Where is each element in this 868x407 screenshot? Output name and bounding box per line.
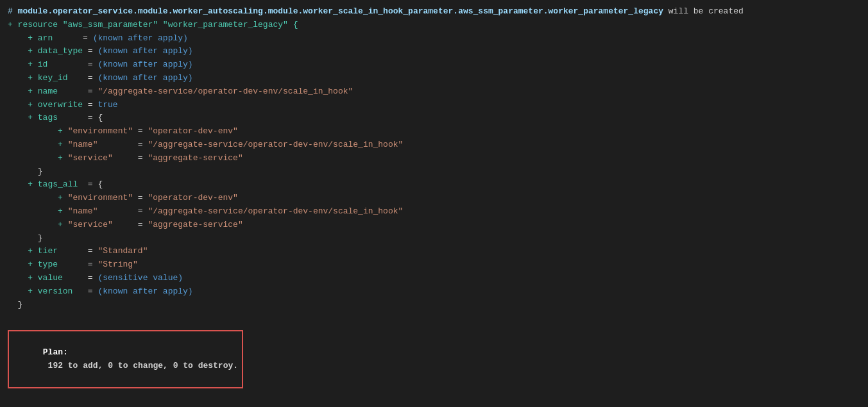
- eq-tags: = {: [88, 112, 103, 125]
- field-arn: + arn = (known after apply): [8, 32, 860, 46]
- val-tag-env: "operator-dev-env": [148, 125, 237, 138]
- eq-tag-service: =: [138, 152, 148, 165]
- val-value: (sensitive value): [98, 272, 183, 285]
- comment-line: # module.operator_service.module.worker_…: [8, 5, 860, 19]
- key-ta-service: "service": [68, 219, 138, 232]
- plus-overwrite: + overwrite: [18, 99, 88, 112]
- eq-ta-env: =: [133, 192, 148, 205]
- val-version: (known after apply): [98, 285, 192, 299]
- plus-resource: + resource "aws_ssm_parameter" "worker_p…: [8, 19, 298, 32]
- tag-service: + "service" = "aggregate-service": [8, 152, 860, 165]
- plan-value: 192 to add, 0 to change, 0 to destroy.: [43, 361, 238, 370]
- field-data-type: + data_type = (known after apply): [8, 45, 860, 58]
- plus-tier: + tier: [18, 245, 88, 258]
- val-data-type: (known after apply): [98, 45, 192, 58]
- val-ta-env: "operator-dev-env": [148, 192, 237, 205]
- val-ta-name: "/aggregate-service/operator-dev-env/sca…: [148, 205, 403, 219]
- plus-tags: + tags: [18, 112, 88, 125]
- spacer-2: [8, 394, 860, 407]
- val-tag-service: "aggregate-service": [148, 152, 243, 165]
- eq-key-id: =: [88, 72, 98, 85]
- eq-tag-env: =: [133, 125, 148, 138]
- key-ta-name: "name": [68, 205, 138, 219]
- plus-data-type: + data_type: [18, 45, 88, 58]
- plan-line: Plan: 192 to add, 0 to change, 0 to dest…: [8, 325, 860, 394]
- key-tag-service: "service": [68, 152, 138, 165]
- tags-all-environment: + "environment" = "operator-dev-env": [8, 192, 860, 205]
- eq-id: =: [88, 58, 98, 72]
- val-type: "String": [98, 258, 137, 272]
- tags-all-name: + "name" = "/aggregate-service/operator-…: [8, 205, 860, 219]
- resource-close-brace: }: [8, 299, 860, 312]
- plus-type: + type: [18, 258, 88, 272]
- eq-ta-service: =: [138, 219, 148, 232]
- eq-type: =: [88, 258, 98, 272]
- eq-ta-name: =: [138, 205, 148, 219]
- tag-name: + "name" = "/aggregate-service/operator-…: [8, 138, 860, 152]
- plus-ta-name: +: [28, 205, 67, 219]
- plus-value: + value: [18, 272, 88, 285]
- field-version: + version = (known after apply): [8, 285, 860, 299]
- plus-tags-all: + tags_all: [18, 178, 88, 192]
- field-key-id: + key_id = (known after apply): [8, 72, 860, 85]
- field-value: + value = (sensitive value): [8, 272, 860, 285]
- val-ta-service: "aggregate-service": [148, 219, 243, 232]
- tags-close-brace: }: [8, 165, 860, 179]
- plan-box: Plan: 192 to add, 0 to change, 0 to dest…: [8, 330, 243, 388]
- plus-version: + version: [18, 285, 88, 299]
- key-ta-env: "environment": [68, 192, 133, 205]
- plan-label: Plan:: [43, 347, 68, 357]
- tags-all-service: + "service" = "aggregate-service": [8, 219, 860, 232]
- comment-module-path: module.operator_service.module.worker_au…: [13, 5, 663, 19]
- plus-name: + name: [18, 85, 88, 99]
- comment-hash-symbol: #: [8, 5, 13, 19]
- terminal-output: # module.operator_service.module.worker_…: [0, 0, 868, 407]
- val-overwrite: true: [98, 99, 117, 112]
- field-id: + id = (known after apply): [8, 58, 860, 72]
- eq-tags-all: = {: [88, 178, 103, 192]
- comment-suffix: will be created: [663, 5, 744, 19]
- plus-arn: + arn: [18, 32, 83, 46]
- eq-arn: =: [83, 32, 93, 46]
- tags-all-close-brace: }: [8, 232, 860, 245]
- field-type: + type = "String": [8, 258, 860, 272]
- val-arn: (known after apply): [93, 32, 188, 46]
- val-tier: "Standard": [98, 245, 148, 258]
- eq-data-type: =: [88, 45, 98, 58]
- field-tags-open: + tags = {: [8, 112, 860, 125]
- field-tier: + tier = "Standard": [8, 245, 860, 258]
- field-name: + name = "/aggregate-service/operator-de…: [8, 85, 860, 99]
- plus-ta-env: +: [28, 192, 67, 205]
- tags-close: }: [18, 165, 43, 179]
- eq-overwrite: =: [88, 99, 98, 112]
- eq-tag-name: =: [138, 138, 148, 152]
- plus-id: + id: [18, 58, 88, 72]
- field-overwrite: + overwrite = true: [8, 99, 860, 112]
- plus-tag-env: +: [28, 125, 67, 138]
- eq-name: =: [88, 85, 98, 99]
- val-name: "/aggregate-service/operator-dev-env/sca…: [98, 85, 353, 99]
- eq-tier: =: [88, 245, 98, 258]
- val-key-id: (known after apply): [98, 72, 192, 85]
- plus-tag-name: +: [28, 138, 67, 152]
- resource-close: }: [8, 299, 22, 312]
- field-tags-all-open: + tags_all = {: [8, 178, 860, 192]
- plus-ta-service: +: [28, 219, 67, 232]
- plus-tag-service: +: [28, 152, 67, 165]
- plus-key-id: + key_id: [18, 72, 88, 85]
- eq-value: =: [88, 272, 98, 285]
- key-tag-env: "environment": [68, 125, 133, 138]
- tag-environment: + "environment" = "operator-dev-env": [8, 125, 860, 138]
- val-tag-name: "/aggregate-service/operator-dev-env/sca…: [148, 138, 403, 152]
- key-tag-name: "name": [68, 138, 138, 152]
- resource-declaration: + resource "aws_ssm_parameter" "worker_p…: [8, 19, 860, 32]
- val-id: (known after apply): [98, 58, 192, 72]
- tags-all-close: }: [18, 232, 43, 245]
- spacer-1: [8, 311, 860, 325]
- eq-version: =: [88, 285, 98, 299]
